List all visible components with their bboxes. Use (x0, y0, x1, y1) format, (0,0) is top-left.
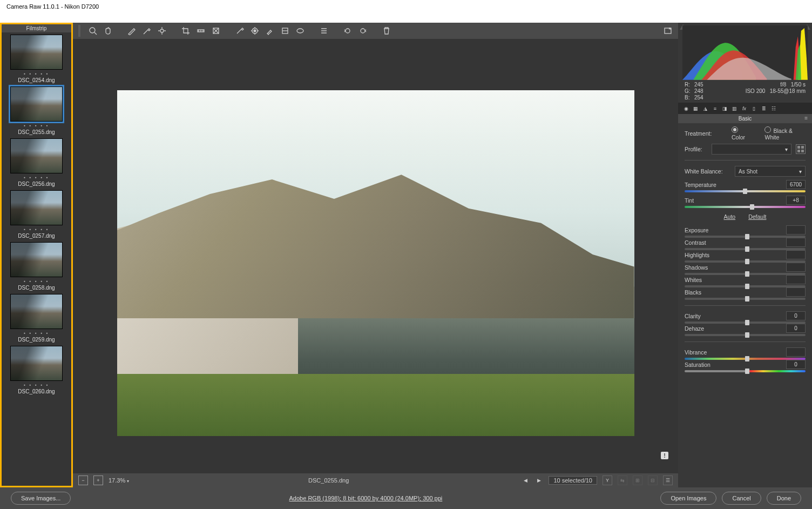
contrast-value[interactable] (786, 238, 806, 247)
tab-split-icon[interactable]: ◨ (720, 104, 729, 112)
rating-dots[interactable]: ● ● ● ● ● (24, 331, 50, 334)
transform-tool-icon[interactable] (211, 26, 221, 36)
white-balance-tool-icon[interactable] (127, 26, 137, 36)
zoom-in-icon[interactable]: + (93, 475, 103, 485)
tab-lens-icon[interactable]: ▥ (730, 104, 739, 112)
radial-filter-tool-icon[interactable] (295, 26, 305, 36)
next-image-icon[interactable]: ▶ (535, 478, 543, 483)
filmstrip-thumb[interactable]: ● ● ● ● ● DSC_0257.dng (5, 190, 68, 239)
tab-hsl-icon[interactable]: ≡ (710, 104, 720, 112)
filmstrip-thumb[interactable]: ● ● ● ● ● DSC_0259.dng (5, 294, 68, 343)
highlights-value[interactable] (786, 250, 806, 259)
prev-image-icon[interactable]: ◀ (522, 478, 530, 483)
adjustment-brush-tool-icon[interactable] (265, 26, 275, 36)
zoom-out-icon[interactable]: − (78, 475, 88, 485)
histogram[interactable] (682, 25, 808, 79)
rating-dots[interactable]: ● ● ● ● ● (24, 383, 50, 386)
graduated-filter-tool-icon[interactable] (280, 26, 290, 36)
tab-curve-icon[interactable]: ▦ (691, 104, 700, 112)
tab-detail-icon[interactable]: ◮ (701, 104, 710, 112)
selection-count[interactable]: 10 selected/10 (549, 476, 597, 485)
fullscreen-icon[interactable] (663, 26, 673, 36)
tint-value[interactable]: +8 (786, 196, 806, 205)
exposure-value[interactable] (786, 225, 806, 235)
rating-dots[interactable]: ● ● ● ● ● (24, 227, 50, 231)
compare-y-icon[interactable]: Y (603, 475, 612, 485)
saturation-slider[interactable]: Saturation0 (685, 360, 806, 372)
white-balance-select[interactable]: As Shot▾ (735, 166, 806, 177)
blacks-slider[interactable]: Blacks (685, 287, 806, 300)
thumb-filename: DSC_0259.dng (18, 337, 55, 343)
red-eye-tool-icon[interactable] (250, 26, 260, 36)
toolbar (73, 23, 678, 39)
whites-value[interactable] (786, 275, 806, 284)
vibrance-value[interactable] (786, 347, 806, 357)
vibrance-slider[interactable]: Vibrance (685, 347, 806, 360)
contrast-slider[interactable]: Contrast (685, 238, 806, 250)
rating-dots[interactable]: ● ● ● ● ● (24, 176, 50, 179)
rotate-cw-icon[interactable] (358, 26, 368, 36)
spot-removal-tool-icon[interactable] (235, 26, 245, 36)
list-icon[interactable] (319, 26, 329, 36)
targeted-adjustment-tool-icon[interactable] (157, 26, 167, 36)
svg-rect-8 (665, 28, 671, 34)
tab-fx-icon[interactable]: fx (740, 104, 749, 112)
done-button[interactable]: Done (767, 492, 801, 505)
filmstrip-thumb[interactable]: ● ● ● ● ● DSC_0255.dng (5, 86, 68, 135)
shadows-slider[interactable]: Shadows (685, 263, 806, 275)
highlights-slider[interactable]: Highlights (685, 250, 806, 263)
zoom-level[interactable]: 17.3% ▾ (109, 477, 136, 484)
filmstrip-thumb[interactable]: ● ● ● ● ● DSC_0260.dng (5, 346, 68, 394)
saturation-value[interactable]: 0 (786, 360, 806, 369)
crop-tool-icon[interactable] (181, 26, 191, 36)
compare-copy-icon[interactable]: ⊞ (633, 475, 642, 485)
exposure-slider[interactable]: Exposure (685, 225, 806, 238)
filmstrip-toggle[interactable] (78, 25, 80, 37)
compare-mode-icon[interactable]: ⊟ (648, 475, 658, 485)
blacks-value[interactable] (786, 287, 806, 297)
rotate-ccw-icon[interactable] (343, 26, 353, 36)
shadows-value[interactable] (786, 263, 806, 272)
rating-dots[interactable]: ● ● ● ● ● (24, 279, 50, 283)
cancel-button[interactable]: Cancel (722, 492, 761, 505)
treatment-bw-radio[interactable]: Black & White (764, 126, 806, 140)
color-sampler-tool-icon[interactable] (142, 26, 152, 36)
compare-swap-icon[interactable]: ⇆ (618, 475, 627, 485)
treatment-color-radio[interactable]: Color (732, 126, 752, 140)
tab-presets-icon[interactable]: ≣ (759, 104, 768, 112)
temperature-slider[interactable]: Temperature6700 (685, 180, 806, 192)
filmstrip-thumb[interactable]: ● ● ● ● ● DSC_0254.dng (5, 35, 68, 83)
svg-point-1 (160, 29, 164, 32)
rating-dots[interactable]: ● ● ● ● ● (24, 72, 50, 75)
dehaze-slider[interactable]: Dehaze0 (685, 324, 806, 336)
profile-select[interactable]: ▾ (712, 144, 791, 155)
clarity-slider[interactable]: Clarity0 (685, 311, 806, 324)
trash-icon[interactable] (382, 26, 391, 36)
rating-dots[interactable]: ● ● ● ● ● (24, 124, 50, 127)
open-images-button[interactable]: Open Images (660, 492, 716, 505)
save-images-button[interactable]: Save Images... (11, 492, 71, 505)
hand-tool-icon[interactable] (103, 26, 113, 36)
tab-basic-icon[interactable]: ◉ (681, 104, 691, 112)
preview-area[interactable]: ! (73, 39, 678, 473)
default-link[interactable]: Default (748, 213, 766, 220)
svg-point-7 (297, 29, 303, 33)
tab-calibration-icon[interactable]: ▯ (749, 104, 759, 112)
warning-icon[interactable]: ! (661, 452, 668, 459)
tab-snapshots-icon[interactable]: ☷ (769, 104, 778, 112)
filmstrip-thumb[interactable]: ● ● ● ● ● DSC_0258.dng (5, 242, 68, 291)
auto-link[interactable]: Auto (724, 213, 736, 220)
straighten-tool-icon[interactable] (196, 26, 206, 36)
temperature-value[interactable]: 6700 (786, 180, 806, 189)
clarity-value[interactable]: 0 (786, 311, 806, 320)
whites-slider[interactable]: Whites (685, 275, 806, 287)
dehaze-value[interactable]: 0 (786, 324, 806, 333)
thumb-image (10, 346, 63, 381)
zoom-tool-icon[interactable] (88, 26, 98, 36)
current-filename: DSC_0255.dng (141, 477, 516, 484)
workflow-options-link[interactable]: Adobe RGB (1998); 8 bit; 6000 by 4000 (2… (76, 495, 655, 501)
filmstrip-thumb[interactable]: ● ● ● ● ● DSC_0256.dng (5, 138, 68, 187)
tint-slider[interactable]: Tint+8 (685, 196, 806, 208)
settings-menu-icon[interactable]: ☰ (663, 475, 673, 485)
profile-browser-icon[interactable] (796, 144, 806, 154)
